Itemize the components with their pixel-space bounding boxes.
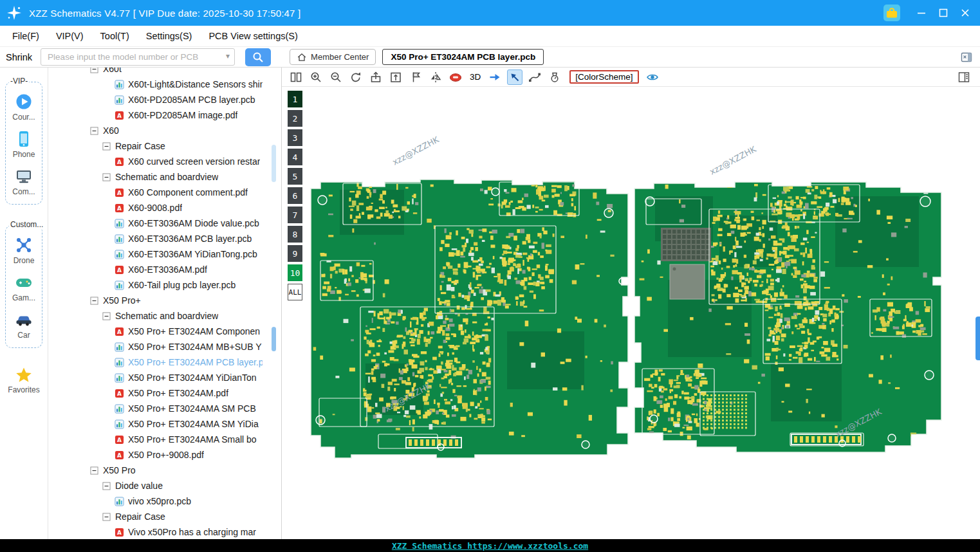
layer-button-9[interactable]: 9 xyxy=(288,245,302,262)
zoom-out-icon[interactable] xyxy=(328,69,344,85)
tree-file-row[interactable]: X60t-PD2085AM PCB layer.pcb xyxy=(48,92,263,107)
tree-file-row[interactable]: AX60t-PD2085AM image.pdf xyxy=(48,107,263,123)
shrink-button[interactable]: Shrink xyxy=(6,52,32,62)
tree-file-row[interactable]: AX60 Component comment.pdf xyxy=(48,185,263,200)
menu-item-vip-v[interactable]: VIP(V) xyxy=(48,31,92,41)
layer-button-6[interactable]: 6 xyxy=(288,187,302,204)
pdf-file-icon: A xyxy=(115,111,124,120)
tree-file-row[interactable]: AX60 curved screen version restar xyxy=(48,154,263,169)
tab-pcb-file[interactable]: X50 Pro+ ET3024AM PCB layer.pcb xyxy=(382,49,544,65)
collapse-minus-icon[interactable] xyxy=(102,142,111,151)
zoom-in-icon[interactable] xyxy=(308,69,324,85)
sidebar-item-cour[interactable]: Cour... xyxy=(12,93,35,122)
collapse-minus-icon[interactable] xyxy=(102,312,111,320)
tree-file-row[interactable]: AX50 Pro+ ET3024AMA Small bo xyxy=(48,432,263,447)
collapse-minus-icon[interactable] xyxy=(90,68,98,73)
tree-group-row[interactable]: Repair Case xyxy=(48,138,263,154)
tree-file-row[interactable]: AX50 Pro+ ET3024AM.pdf xyxy=(48,385,263,401)
tree-group-row[interactable]: X50 Pro xyxy=(48,463,263,478)
panel-toggle-icon[interactable] xyxy=(961,51,972,63)
tree-item-label: X60t xyxy=(103,68,122,74)
splitter-handle-top[interactable] xyxy=(272,145,276,182)
layer-button-10[interactable]: 10 xyxy=(288,264,302,281)
split-view-icon[interactable] xyxy=(288,69,304,85)
vip-briefcase-icon[interactable] xyxy=(883,5,900,21)
layer-button-4[interactable]: 4 xyxy=(288,149,302,165)
minimize-button[interactable] xyxy=(917,8,926,17)
collapse-minus-icon[interactable] xyxy=(90,297,98,305)
tree-file-row[interactable]: X60-Tail plug pcb layer.pcb xyxy=(48,277,263,293)
tree-group-row[interactable]: X60t xyxy=(48,68,263,77)
refresh-view-icon[interactable] xyxy=(348,69,364,85)
tree-file-row[interactable]: X60-ET3036AM YiDianTong.pcb xyxy=(48,246,263,262)
tree-file-row[interactable]: X60t-Light&Distance Sensors shim xyxy=(48,77,263,92)
export-board-icon[interactable] xyxy=(388,69,403,85)
3d-view-button[interactable]: 3D xyxy=(468,72,483,82)
sidebar-item-phone[interactable]: Phone xyxy=(13,130,35,159)
tree-file-row[interactable]: AX60-ET3036AM.pdf xyxy=(48,262,263,277)
tree-group-row[interactable]: X60 xyxy=(48,123,263,138)
member-center-button[interactable]: Member Center xyxy=(290,49,376,65)
layer-button-all[interactable]: ALL xyxy=(288,284,302,300)
menu-item-settings-s[interactable]: Settings(S) xyxy=(138,31,201,41)
mirror-flip-icon[interactable] xyxy=(428,69,443,85)
sidebar-item-car[interactable]: Car xyxy=(15,311,33,340)
layer-button-7[interactable]: 7 xyxy=(288,207,302,223)
tree-group-row[interactable]: X50 Pro+ xyxy=(48,293,263,308)
collapse-minus-icon[interactable] xyxy=(90,127,98,135)
pcb-board-render[interactable]: xzz@XZZHKxzz@XZZHKxzz@XZZHKxzz@XZZHK xyxy=(282,87,980,539)
search-input[interactable] xyxy=(41,48,235,66)
tree-file-row[interactable]: AX60-9008.pdf xyxy=(48,200,263,216)
search-button[interactable] xyxy=(245,48,271,66)
component-highlight-icon[interactable] xyxy=(448,69,463,85)
tree-file-row[interactable]: AX50 Pro+-9008.pdf xyxy=(48,447,263,463)
collapse-minus-icon[interactable] xyxy=(102,513,111,521)
close-button[interactable] xyxy=(961,8,970,17)
menu-item-file-f[interactable]: File(F) xyxy=(4,31,48,41)
splitter-handle-bottom[interactable] xyxy=(272,327,276,351)
layer-button-5[interactable]: 5 xyxy=(288,168,302,185)
tree-group-row[interactable]: Schematic and boardview xyxy=(48,308,263,324)
tree-file-row[interactable]: vivo x50pro.pcb xyxy=(48,493,263,509)
tree-file-row[interactable]: X60-ET3036AM PCB layer.pcb xyxy=(48,231,263,246)
tree-file-row[interactable]: AVivo x50Pro has a charging mar xyxy=(48,524,263,539)
canvas-scroll-handle[interactable] xyxy=(975,317,980,360)
tree-file-row[interactable]: X50 Pro+ ET3024AM MB+SUB Y xyxy=(48,339,263,354)
menu-item-pcb-view-settings-s[interactable]: PCB View settings(S) xyxy=(200,31,306,41)
chevron-down-icon[interactable]: ▾ xyxy=(226,51,230,60)
layer-button-3[interactable]: 3 xyxy=(288,129,302,146)
tree-file-row[interactable]: AX50 Pro+ ET3024AM Componen xyxy=(48,324,263,339)
layer-button-2[interactable]: 2 xyxy=(288,110,302,127)
panel-splitter[interactable] xyxy=(270,68,281,539)
tree-file-row[interactable]: X60-ET3036AM Diode value.pcb xyxy=(48,216,263,231)
trace-curve-icon[interactable] xyxy=(527,69,542,85)
sidebar-item-gam[interactable]: Gam... xyxy=(12,273,35,302)
collapse-minus-icon[interactable] xyxy=(102,482,111,490)
flag-tool-icon[interactable] xyxy=(408,69,423,85)
layer-button-1[interactable]: 1 xyxy=(288,91,302,107)
tree-group-row[interactable]: Repair Case xyxy=(48,509,263,524)
color-scheme-button[interactable]: [ColorScheme] xyxy=(569,70,638,84)
export-top-icon[interactable] xyxy=(368,69,384,85)
tree-group-row[interactable]: Schematic and boardview xyxy=(48,169,263,185)
collapse-minus-icon[interactable] xyxy=(90,466,98,475)
pcb-canvas[interactable]: xzz@XZZHKxzz@XZZHKxzz@XZZHKxzz@XZZHK 123… xyxy=(282,87,980,539)
tree-file-row[interactable]: X50 Pro+ ET3024AM YiDianTon xyxy=(48,370,263,385)
eye-visibility-icon[interactable] xyxy=(645,69,660,85)
pcb-file-icon xyxy=(115,250,124,259)
tree-file-row[interactable]: X50 Pro+ ET3024AMA SM YiDia xyxy=(48,416,263,432)
measure-tool-icon[interactable] xyxy=(547,69,562,85)
layers-panel-icon[interactable] xyxy=(956,69,972,85)
pointer-select-icon[interactable] xyxy=(507,69,522,85)
jump-arrow-icon[interactable] xyxy=(487,69,503,85)
sidebar-item-drone[interactable]: Drone xyxy=(14,236,35,265)
collapse-minus-icon[interactable] xyxy=(102,173,111,181)
tree-file-row[interactable]: X50 Pro+ ET3024AM PCB layer.p xyxy=(48,354,263,370)
layer-button-8[interactable]: 8 xyxy=(288,226,302,243)
tree-group-row[interactable]: Diode value xyxy=(48,478,263,493)
tree-file-row[interactable]: X50 Pro+ ET3024AMA SM PCB xyxy=(48,401,263,416)
menu-item-tool-t[interactable]: Tool(T) xyxy=(92,31,138,41)
maximize-button[interactable] xyxy=(939,8,948,17)
sidebar-item-com[interactable]: Com... xyxy=(12,167,35,196)
favorites-item[interactable]: Favorites xyxy=(8,366,39,394)
